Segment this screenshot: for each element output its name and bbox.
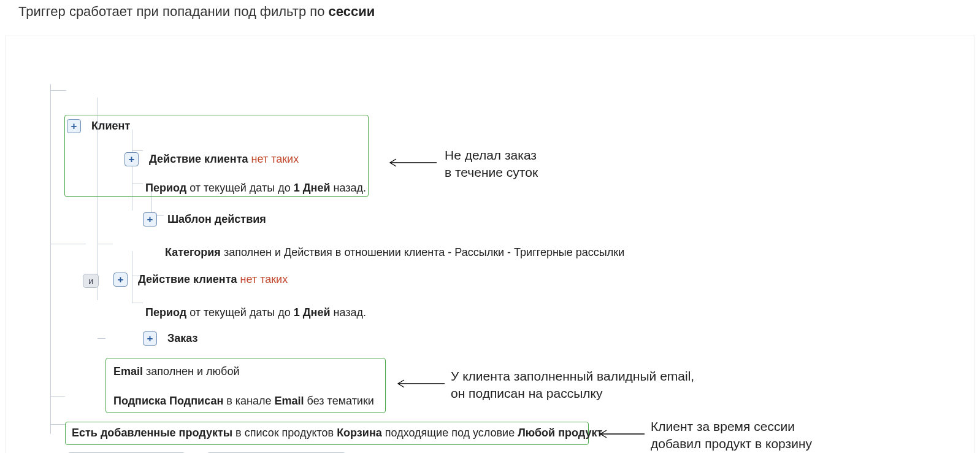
sub-t1: в канале bbox=[226, 395, 274, 407]
expand-client-button[interactable]: + bbox=[67, 119, 81, 133]
node-client[interactable]: Клиент bbox=[91, 120, 130, 132]
period1-num: 1 Дней bbox=[294, 182, 334, 194]
period1-mid: от текущей даты до bbox=[189, 182, 293, 194]
sub-b1: Подписка Подписан bbox=[113, 395, 226, 407]
period1-pref: Период bbox=[145, 182, 189, 194]
node-action2-tag: нет таких bbox=[240, 273, 288, 285]
expand-action1-button[interactable]: + bbox=[124, 152, 139, 166]
page-title-bold: сессии bbox=[328, 4, 375, 19]
prod-t2: подходящие под условие bbox=[385, 427, 518, 439]
sub-b2: Email bbox=[275, 395, 307, 407]
annotation-1: Не делал заказ в течение суток bbox=[445, 147, 538, 182]
period2-num: 1 Дней bbox=[294, 306, 334, 319]
expand-order-button[interactable]: + bbox=[143, 331, 157, 346]
annotation-2-l1: У клиента заполненный валидный email, bbox=[451, 369, 694, 383]
category-label: Категория bbox=[165, 246, 224, 258]
period1-suf: назад. bbox=[333, 182, 366, 194]
sub-t2: без тематики bbox=[307, 395, 374, 407]
annotation-3: Клиент за время сессии добавил продукт в… bbox=[651, 418, 812, 453]
arrow-icon bbox=[385, 158, 438, 168]
prod-b3: Любой продукт bbox=[518, 427, 602, 439]
annotation-3-l2: добавил продукт в корзину bbox=[651, 436, 812, 451]
category-text: заполнен и Действия в отношении клиента … bbox=[224, 246, 624, 258]
node-action1-tag: нет таких bbox=[251, 153, 299, 165]
annotation-3-l1: Клиент за время сессии bbox=[651, 419, 795, 433]
annotation-1-l1: Не делал заказ bbox=[445, 148, 537, 162]
page-title-text: Триггер сработает при попадании под филь… bbox=[18, 4, 328, 19]
node-action1-label[interactable]: Действие клиента bbox=[149, 153, 251, 165]
node-action2-label[interactable]: Действие клиента bbox=[138, 273, 240, 285]
node-template[interactable]: Шаблон действия bbox=[167, 213, 266, 225]
annotation-2: У клиента заполненный валидный email, он… bbox=[451, 368, 694, 403]
annotation-1-l2: в течение суток bbox=[445, 165, 538, 179]
filter-panel: + Клиент + Действие клиента нет таких Пе… bbox=[5, 36, 975, 453]
prod-b1: Есть добавленные продукты bbox=[72, 427, 235, 439]
node-order[interactable]: Заказ bbox=[167, 332, 197, 344]
period2-mid: от текущей даты до bbox=[189, 306, 293, 319]
period2-suf: назад. bbox=[333, 306, 366, 319]
expand-action2-button[interactable]: + bbox=[113, 273, 128, 287]
period2-pref: Период bbox=[145, 306, 189, 319]
and-operator-pill[interactable]: и bbox=[83, 274, 99, 288]
prod-t1: в список продуктов bbox=[235, 427, 337, 439]
email-text: заполнен и любой bbox=[146, 365, 239, 377]
arrow-icon bbox=[393, 379, 446, 389]
email-bold: Email bbox=[113, 365, 146, 377]
prod-b2: Корзина bbox=[337, 427, 385, 439]
annotation-2-l2: он подписан на рассылку bbox=[451, 386, 602, 400]
arrow-icon bbox=[595, 429, 646, 439]
page-title: Триггер сработает при попадании под филь… bbox=[0, 0, 980, 25]
expand-template-button[interactable]: + bbox=[143, 212, 157, 226]
